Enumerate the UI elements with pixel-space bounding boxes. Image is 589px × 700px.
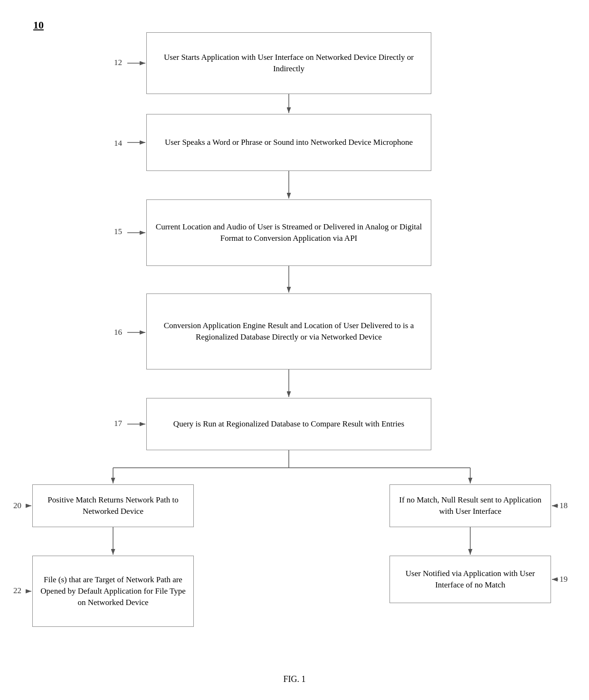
page: { "diagram": { "label": "10", "fig_capti… [0, 0, 589, 700]
box-3: Current Location and Audio of User is St… [146, 199, 431, 266]
box-8: If no Match, Null Result sent to Applica… [390, 484, 551, 527]
fig-caption: FIG. 1 [247, 674, 342, 684]
box-5: Query is Run at Regionalized Database to… [146, 398, 431, 450]
box-4: Conversion Application Engine Result and… [146, 293, 431, 369]
step-label-16: 16 [114, 328, 122, 337]
box-6: Positive Match Returns Network Path to N… [32, 484, 194, 527]
step-label-15: 15 [114, 227, 122, 236]
step-label-14: 14 [114, 139, 122, 148]
step-label-20: 20 [13, 501, 21, 511]
step-label-17: 17 [114, 419, 122, 428]
step-label-18: 18 [560, 501, 568, 511]
box-1: User Starts Application with User Interf… [146, 32, 431, 94]
diagram-label: 10 [33, 19, 44, 31]
step-label-22: 22 [13, 586, 21, 596]
box-8-text: If no Match, Null Result sent to Applica… [397, 494, 544, 517]
box-5-text: Query is Run at Regionalized Database to… [173, 418, 404, 430]
box-2-text: User Speaks a Word or Phrase or Sound in… [165, 137, 413, 148]
box-9-text: User Notified via Application with User … [397, 568, 544, 591]
box-3-text: Current Location and Audio of User is St… [153, 221, 424, 244]
box-4-text: Conversion Application Engine Result and… [153, 320, 424, 343]
box-7-text: File (s) that are Target of Network Path… [39, 574, 187, 608]
box-7: File (s) that are Target of Network Path… [32, 556, 194, 627]
box-1-text: User Starts Application with User Interf… [153, 52, 424, 75]
step-label-12: 12 [114, 58, 122, 67]
box-2: User Speaks a Word or Phrase or Sound in… [146, 114, 431, 171]
box-6-text: Positive Match Returns Network Path to N… [39, 494, 187, 517]
box-9: User Notified via Application with User … [390, 556, 551, 603]
step-label-19: 19 [560, 575, 568, 584]
